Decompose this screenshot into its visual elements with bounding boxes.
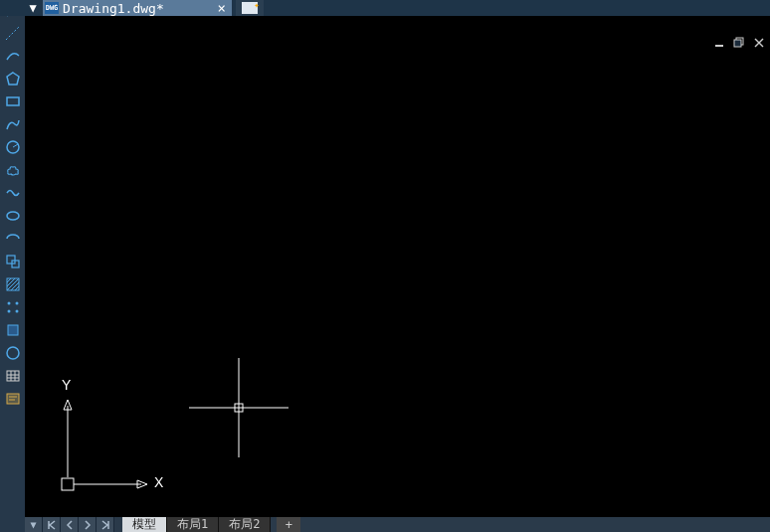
- toolbar-handle: [0, 0, 25, 16]
- svg-line-13: [11, 282, 19, 290]
- layout-tab-model[interactable]: 模型: [122, 517, 167, 532]
- drawing-canvas[interactable]: Y X: [25, 16, 770, 517]
- circle-tool[interactable]: [4, 139, 22, 155]
- svg-line-14: [15, 286, 19, 290]
- layout-tab-1[interactable]: 布局1: [167, 517, 219, 532]
- ellipse-tool[interactable]: [4, 208, 22, 224]
- svg-point-16: [15, 302, 18, 305]
- new-tab-button[interactable]: ✦: [236, 0, 264, 16]
- document-tab-active[interactable]: DWG Drawing1.dwg* ×: [43, 0, 232, 16]
- ucs-icon: Y X: [60, 378, 169, 497]
- svg-line-11: [7, 278, 15, 286]
- restore-viewport-button[interactable]: [732, 36, 746, 50]
- draw-toolbar: [0, 0, 25, 532]
- svg-point-6: [7, 212, 19, 220]
- rectangle-tool[interactable]: [4, 93, 22, 109]
- insert-block-tool[interactable]: [4, 254, 22, 269]
- tab-list-dropdown[interactable]: ▼: [25, 1, 41, 15]
- text-tool[interactable]: [4, 391, 22, 407]
- ucs-x-label: X: [154, 474, 164, 490]
- layout-add-button[interactable]: +: [277, 517, 300, 532]
- wipeout-tool[interactable]: [4, 345, 22, 361]
- svg-rect-31: [734, 40, 741, 47]
- svg-point-15: [7, 302, 10, 305]
- svg-point-20: [7, 347, 19, 359]
- layout-nav-last[interactable]: [96, 517, 114, 532]
- svg-line-1: [6, 26, 20, 40]
- svg-rect-21: [7, 371, 19, 381]
- dwg-file-icon: DWG: [45, 2, 59, 14]
- layout-nav-next[interactable]: [79, 517, 96, 532]
- new-document-icon: ✦: [242, 2, 258, 14]
- layout-nav-collapse[interactable]: ▼: [25, 517, 43, 532]
- svg-rect-7: [7, 256, 15, 264]
- tab-title: Drawing1.dwg*: [61, 1, 214, 16]
- svg-rect-3: [7, 97, 19, 105]
- ucs-y-label: Y: [62, 378, 72, 393]
- svg-marker-2: [7, 73, 19, 85]
- svg-point-18: [15, 310, 18, 313]
- tab-close-icon[interactable]: ×: [214, 0, 230, 16]
- minimize-viewport-button[interactable]: [712, 36, 726, 50]
- ellipse-arc-tool[interactable]: [4, 231, 22, 247]
- layout-nav-first[interactable]: [43, 517, 61, 532]
- svg-rect-36: [62, 478, 74, 490]
- layout-tabs-bar: ▼ 模型 布局1 布局2 +: [25, 517, 770, 532]
- construction-line-tool[interactable]: [4, 25, 22, 41]
- svg-rect-39: [235, 404, 243, 412]
- layout-tab-2[interactable]: 布局2: [219, 517, 271, 532]
- table-tool[interactable]: [4, 368, 22, 384]
- close-viewport-button[interactable]: [752, 36, 766, 50]
- point-tool[interactable]: [4, 299, 22, 315]
- svg-line-10: [7, 278, 11, 282]
- spline-tool[interactable]: [4, 185, 22, 201]
- arc-tool[interactable]: [4, 48, 22, 64]
- viewport-window-controls: [712, 36, 766, 50]
- svg-rect-26: [7, 394, 19, 404]
- revision-cloud-tool[interactable]: [4, 162, 22, 178]
- svg-point-17: [7, 310, 10, 313]
- curve-tool[interactable]: [4, 116, 22, 132]
- region-tool[interactable]: [4, 322, 22, 338]
- cursor-crosshair: [189, 358, 289, 457]
- svg-rect-19: [8, 325, 18, 335]
- document-tabs-bar: ▼ DWG Drawing1.dwg* × ✦: [0, 0, 770, 16]
- svg-line-5: [13, 144, 18, 147]
- layout-nav-prev[interactable]: [61, 517, 79, 532]
- polygon-tool[interactable]: [4, 71, 22, 87]
- hatch-tool[interactable]: [4, 276, 22, 292]
